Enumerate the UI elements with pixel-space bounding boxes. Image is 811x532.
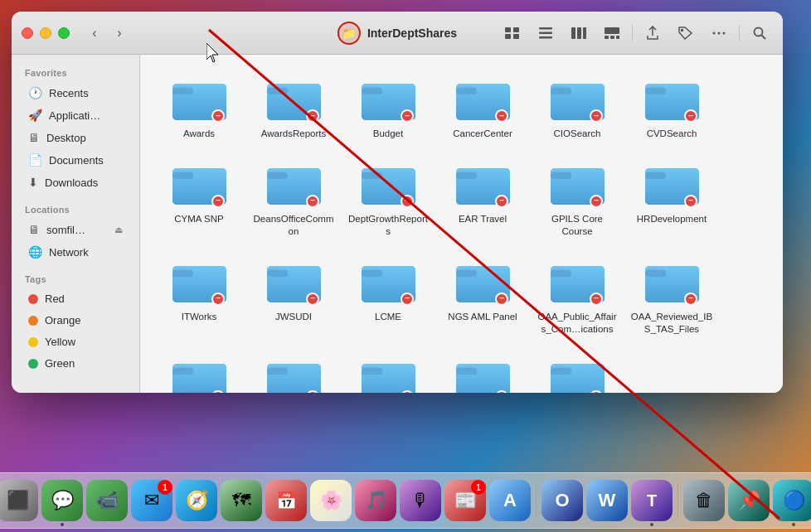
svg-rect-76 bbox=[172, 368, 193, 375]
network-icon: 🌐 bbox=[28, 245, 42, 259]
search-button[interactable] bbox=[746, 20, 773, 46]
folder-item-hrdevelopment[interactable]: HRDevelopment bbox=[626, 153, 717, 244]
folder-minus-badge bbox=[211, 293, 225, 306]
folder-item-jwsudi[interactable]: JWSUDI bbox=[248, 251, 339, 342]
folder-item-ciosearch[interactable]: CIOSearch bbox=[532, 68, 623, 147]
folder-item-gpilscore[interactable]: GPILS Core Course bbox=[532, 153, 623, 244]
svg-rect-82 bbox=[362, 368, 382, 375]
svg-rect-6 bbox=[539, 36, 552, 39]
svg-rect-40 bbox=[172, 172, 193, 179]
folder-item-partial-4[interactable] bbox=[532, 349, 623, 393]
close-button[interactable] bbox=[22, 27, 33, 39]
svg-rect-4 bbox=[539, 27, 552, 30]
more-button[interactable] bbox=[706, 20, 732, 46]
svg-rect-10 bbox=[605, 27, 619, 34]
folder-icon-wrapper bbox=[359, 75, 417, 124]
sidebar-item-applications[interactable]: 🚀 Applicati… bbox=[15, 104, 136, 126]
folder-item-oaareviewed[interactable]: OAA_Reviewed_IBS_TAS_Files bbox=[626, 251, 717, 342]
favorites-label: Favorites bbox=[12, 65, 139, 81]
dock-trash[interactable]: 🗑 bbox=[683, 480, 725, 521]
dock-podcasts[interactable]: 🎙 bbox=[400, 480, 441, 521]
folder-item-budget[interactable]: Budget bbox=[342, 68, 434, 147]
folder-icon-wrapper-partial bbox=[359, 355, 417, 393]
folder-item-cymasnp[interactable]: CYMA SNP bbox=[153, 153, 245, 244]
dock-news[interactable]: 📰 1 bbox=[444, 480, 486, 521]
dock-photos[interactable]: 🌸 bbox=[310, 480, 352, 521]
folder-item-lcme[interactable]: LCME bbox=[342, 251, 434, 342]
folder-icon-wrapper bbox=[359, 160, 417, 210]
file-grid: Awards AwardsReports Budget bbox=[153, 68, 770, 393]
folder-icon-wrapper bbox=[265, 258, 323, 307]
dock-music[interactable]: 🎵 bbox=[355, 480, 396, 521]
dock-teams[interactable]: T bbox=[631, 480, 673, 521]
sidebar-item-downloads[interactable]: ⬇ Downloads bbox=[15, 172, 136, 193]
folder-item-cvdsearch[interactable]: CVDSearch bbox=[626, 68, 717, 147]
sidebar-item-desktop[interactable]: 🖥 Desktop bbox=[15, 127, 136, 148]
folder-item-partial-3[interactable] bbox=[437, 349, 528, 393]
folder-item-ngsaml[interactable]: NGS AML Panel bbox=[437, 251, 528, 342]
folder-icon-wrapper bbox=[170, 258, 228, 307]
dock-stickies[interactable]: 📌 bbox=[728, 480, 770, 521]
folder-item-itworks[interactable]: ITWorks bbox=[153, 251, 245, 342]
svg-point-14 bbox=[682, 29, 683, 31]
folder-item-partial-2[interactable] bbox=[342, 349, 434, 393]
folder-item-cancercenter[interactable]: CancerCenter bbox=[437, 68, 528, 147]
folder-icon-wrapper bbox=[454, 160, 512, 210]
downloads-icon: ⬇ bbox=[28, 176, 38, 189]
dock-outlook[interactable]: O bbox=[541, 480, 583, 521]
dock-facetime[interactable]: 📹 bbox=[86, 480, 128, 521]
folder-item-partial-0[interactable] bbox=[153, 349, 245, 393]
dock-messages[interactable]: 💬 bbox=[41, 480, 83, 521]
folder-item-oaapublic[interactable]: OAA_Public_Affairs_Com…ications bbox=[532, 251, 623, 342]
tag-button[interactable] bbox=[673, 20, 699, 46]
folder-item-awardsreports[interactable]: AwardsReports bbox=[248, 68, 339, 147]
sidebar-item-recents[interactable]: 🕐 Recents bbox=[15, 82, 136, 104]
eject-badge[interactable]: ⏏ bbox=[114, 225, 123, 235]
svg-point-18 bbox=[755, 27, 763, 36]
back-button[interactable]: ‹ bbox=[83, 22, 106, 45]
folder-minus-badge bbox=[495, 109, 508, 123]
toolbar-separator-1 bbox=[632, 25, 633, 41]
svg-rect-11 bbox=[605, 36, 609, 39]
folder-icon-small: 📁 bbox=[342, 27, 356, 40]
svg-rect-7 bbox=[571, 27, 575, 39]
dock-word[interactable]: W bbox=[586, 480, 628, 521]
sidebar-item-documents[interactable]: 📄 Documents bbox=[15, 149, 136, 171]
folder-item-deptgrowth[interactable]: DeptGrowthReports bbox=[342, 153, 434, 244]
documents-icon: 📄 bbox=[28, 153, 42, 167]
dock-finder2[interactable]: 🔵 bbox=[773, 480, 811, 521]
folder-item-eartravel[interactable]: EAR Travel bbox=[437, 153, 528, 244]
sidebar-item-tag-red[interactable]: Red bbox=[15, 288, 136, 309]
folder-label: DeansOfficeCommon bbox=[252, 213, 335, 238]
dock-appstore[interactable]: A bbox=[489, 480, 531, 521]
minimize-button[interactable] bbox=[40, 27, 51, 39]
column-view-button[interactable] bbox=[566, 20, 592, 46]
svg-rect-37 bbox=[645, 88, 666, 94]
dock-safari[interactable]: 🧭 bbox=[176, 480, 217, 521]
svg-rect-31 bbox=[456, 88, 477, 94]
svg-rect-8 bbox=[577, 27, 581, 39]
tag-green-dot bbox=[28, 359, 38, 369]
folder-item-awards[interactable]: Awards bbox=[153, 68, 245, 147]
sidebar-item-tag-orange[interactable]: Orange bbox=[15, 310, 136, 331]
dock-mail[interactable]: ✉ 1 bbox=[131, 480, 172, 521]
dock: 🔵 ⬛ 💬 📹 ✉ 1 🧭 🗺 📅 🌸 🎵 🎙 📰 1 A O bbox=[0, 472, 811, 529]
share-button[interactable] bbox=[639, 20, 666, 46]
folder-item-partial-1[interactable] bbox=[248, 349, 339, 393]
folder-label: GPILS Core Course bbox=[536, 213, 619, 238]
sidebar-item-tag-green[interactable]: Green bbox=[15, 353, 136, 374]
gallery-view-button[interactable] bbox=[599, 20, 625, 46]
sidebar-item-tag-yellow[interactable]: Yellow bbox=[15, 331, 136, 352]
list-view-button[interactable] bbox=[532, 20, 559, 46]
dock-maps[interactable]: 🗺 bbox=[221, 480, 262, 521]
grid-view-button[interactable] bbox=[499, 20, 526, 46]
svg-rect-46 bbox=[362, 172, 382, 179]
sidebar-item-somfile[interactable]: 🖥 somfil… ⏏ bbox=[15, 219, 136, 240]
folder-item-deansoffice[interactable]: DeansOfficeCommon bbox=[248, 153, 339, 244]
maximize-button[interactable] bbox=[58, 27, 70, 39]
sidebar-item-network[interactable]: 🌐 Network bbox=[15, 241, 136, 263]
dock-calendar[interactable]: 📅 bbox=[265, 480, 307, 521]
svg-line-19 bbox=[762, 35, 766, 39]
forward-button[interactable]: › bbox=[108, 22, 131, 45]
dock-launchpad[interactable]: ⬛ bbox=[0, 480, 38, 521]
